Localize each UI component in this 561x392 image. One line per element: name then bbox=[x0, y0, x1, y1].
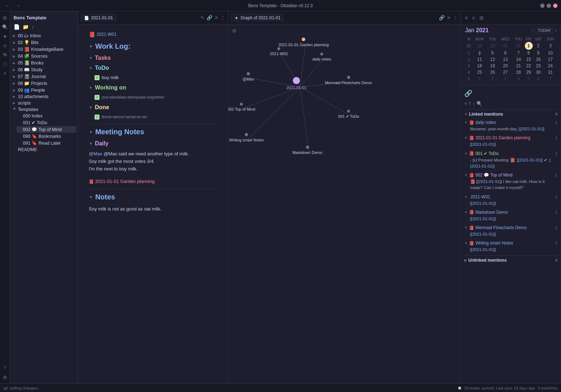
task-checkbox-2[interactable]: ✓ bbox=[95, 95, 100, 100]
list-icon[interactable]: ≡ bbox=[471, 14, 477, 21]
calendar-day[interactable]: 29 bbox=[525, 69, 533, 76]
week-number[interactable]: 53 bbox=[465, 42, 473, 50]
calendar-prev[interactable]: ‹ bbox=[532, 28, 533, 33]
calendar-day[interactable]: 25 bbox=[473, 69, 486, 76]
graph-node-top-of-mind[interactable]: 002 Top of Mind bbox=[228, 103, 255, 111]
calendar-day[interactable]: 28 bbox=[473, 42, 486, 50]
week-number[interactable]: 2 bbox=[465, 56, 473, 63]
calendar-day[interactable]: 3 bbox=[499, 76, 512, 82]
sidebar-item-readlater[interactable]: 091 🔖 Read Later bbox=[16, 140, 76, 146]
copy-link-icon[interactable]: 🔗 bbox=[207, 15, 212, 20]
calendar-day[interactable]: 5 bbox=[525, 76, 533, 82]
bookmarks-icon[interactable]: ★ bbox=[1, 32, 9, 40]
calendar-day[interactable]: 26 bbox=[487, 69, 499, 76]
graph-node-max[interactable]: @Max bbox=[243, 72, 254, 81]
search-icon[interactable]: 🔍 bbox=[1, 23, 9, 31]
kanban-icon[interactable]: ⊞ bbox=[478, 14, 485, 21]
calendar-day[interactable]: 17 bbox=[544, 56, 557, 63]
calendar-day[interactable]: 31 bbox=[512, 42, 525, 50]
calendar-day[interactable]: 28 bbox=[512, 69, 525, 76]
calendar-day[interactable]: 18 bbox=[473, 63, 486, 69]
calendar-day[interactable]: 8 bbox=[525, 50, 533, 56]
sidebar-item-todo[interactable]: 001 ✔ ToDo bbox=[16, 119, 76, 126]
mention-topofmind-header[interactable]: ▼ 📕 002 💬 Top of Mind 1 bbox=[464, 171, 557, 179]
sidebar-item-bookmarks[interactable]: 090 🔖 Bookmarks bbox=[16, 133, 76, 140]
close-button[interactable] bbox=[553, 4, 557, 8]
calendar-day[interactable]: 4 bbox=[512, 76, 525, 82]
calendar-day[interactable]: 2 bbox=[533, 42, 544, 50]
unlinked-mentions-header[interactable]: ▶ Unlinked mentions 0 bbox=[464, 255, 557, 265]
sidebar-item-templates[interactable]: ▶ Templates bbox=[11, 106, 76, 113]
calendar-day[interactable]: 30 bbox=[533, 69, 544, 76]
mention-writing-header[interactable]: ▼ 📕 Writing smart Notes 1 bbox=[464, 239, 557, 247]
graph-node-2021-w01[interactable]: 2021-W01 bbox=[270, 47, 288, 56]
graph-node-garden-planning[interactable]: 2021-01-01 Garden planning bbox=[279, 38, 329, 47]
calendar-day[interactable]: 1 bbox=[473, 76, 486, 82]
task-checkbox[interactable]: ✓ bbox=[95, 75, 100, 80]
help-icon[interactable]: ? bbox=[1, 364, 9, 372]
graph-settings-icon[interactable]: ⚙ bbox=[232, 28, 237, 34]
mention-markdown-header[interactable]: ▼ 📕 Markdown Demo 1 bbox=[464, 209, 557, 216]
calendar-next[interactable]: › bbox=[555, 28, 557, 33]
more-options-icon[interactable]: ⋮ bbox=[221, 15, 225, 20]
calendar-day[interactable]: 6 bbox=[499, 50, 512, 56]
calendar-day[interactable]: 3 bbox=[544, 42, 557, 50]
calendar-day[interactable]: 31 bbox=[544, 69, 557, 76]
graph-more-icon[interactable]: ⋮ bbox=[453, 15, 458, 20]
sidebar-item-index[interactable]: 000 Index bbox=[16, 113, 76, 119]
mention-garden-header[interactable]: ▼ 📕 2021-01-01 Garden planning 1 bbox=[464, 134, 557, 141]
week-number[interactable]: 3 bbox=[465, 63, 473, 69]
daily-notes-icon[interactable]: ≡ bbox=[1, 69, 9, 77]
calendar-day[interactable]: 30 bbox=[499, 42, 512, 50]
graph-node-2021-01-01[interactable]: 2021-01-01 bbox=[286, 77, 306, 90]
calendar-day[interactable]: 10 bbox=[544, 50, 557, 56]
back-button[interactable]: ← bbox=[4, 2, 11, 9]
sidebar-item-topofmind[interactable]: 002 💬 Top of Mind bbox=[16, 126, 76, 133]
maximize-button[interactable] bbox=[547, 4, 551, 8]
sidebar-item-inbox[interactable]: ▶ 00 🗂 Inbox bbox=[11, 33, 76, 39]
sidebar-item-people[interactable]: ▶ 09 👥 People bbox=[11, 87, 76, 93]
calendar-day[interactable]: 1 bbox=[525, 42, 533, 50]
calendar-day[interactable]: 7 bbox=[512, 50, 525, 56]
editor-tab-2021-01-01[interactable]: 📄 2021-01-01 bbox=[81, 14, 116, 22]
sidebar-item-journal[interactable]: ▶ 07 📓 Journal bbox=[11, 73, 76, 80]
calendar-day[interactable]: 16 bbox=[533, 56, 544, 63]
graph-canvas[interactable]: ⚙ 2021-01-01 Garden planning2021-W01dail… bbox=[228, 24, 460, 383]
task-checkbox-3[interactable]: ✓ bbox=[95, 115, 100, 120]
sidebar-item-readme[interactable]: README bbox=[11, 146, 76, 153]
sort-backlinks-icon[interactable]: ↕ bbox=[473, 101, 475, 106]
hashtag-icon[interactable]: # bbox=[464, 14, 469, 21]
calendar-day[interactable]: 13 bbox=[499, 56, 512, 63]
calendar-day[interactable]: 9 bbox=[533, 50, 544, 56]
files-icon[interactable]: ⊞ bbox=[1, 14, 9, 21]
sidebar-item-attachments[interactable]: ▶ 10 attachments bbox=[11, 93, 76, 100]
calendar-day[interactable]: 5 bbox=[487, 50, 499, 56]
sidebar-item-scripts[interactable]: ▶ scripts bbox=[11, 100, 76, 106]
minimize-button[interactable] bbox=[540, 4, 545, 8]
graph-tab[interactable]: ✦ Graph of 2021-01-01 bbox=[231, 14, 284, 22]
calendar-day[interactable]: 22 bbox=[525, 63, 533, 69]
forward-button[interactable]: → bbox=[14, 2, 22, 9]
sidebar-item-study[interactable]: ▶ 06 📖 Study bbox=[11, 66, 76, 73]
calendar-day[interactable]: 20 bbox=[499, 63, 512, 69]
edit-icon[interactable]: ✎ bbox=[200, 15, 204, 20]
graph-icon[interactable]: ◎ bbox=[1, 42, 9, 49]
mention-todo-header[interactable]: ▼ 📕 001 ✔ ToDo 2 bbox=[464, 150, 557, 157]
calendar-day[interactable]: 29 bbox=[487, 42, 499, 50]
calendar-today[interactable]: TODAY bbox=[536, 28, 553, 33]
new-folder-icon[interactable]: 📁 bbox=[22, 23, 29, 30]
calendar-day[interactable]: 23 bbox=[533, 63, 544, 69]
graph-node-mermaid[interactable]: Mermaid Flowcharts Demo bbox=[325, 76, 372, 84]
tags-icon[interactable]: % bbox=[1, 51, 9, 59]
graph-node-daily-notes[interactable]: daily notes bbox=[313, 53, 332, 61]
calendar-day[interactable]: 4 bbox=[473, 50, 486, 56]
calendar-day[interactable]: 2 bbox=[487, 76, 499, 82]
week-number[interactable]: 4 bbox=[465, 69, 473, 76]
mention-mermaid-header[interactable]: ▼ 📕 Mermaid Flowcharts Demo 1 bbox=[464, 224, 557, 231]
calendar-day[interactable]: 24 bbox=[544, 63, 557, 69]
calendar-day[interactable]: 12 bbox=[487, 56, 499, 63]
week-link[interactable]: 📕 2021-W01 bbox=[89, 32, 217, 37]
sidebar-item-books[interactable]: ▶ 05 📗 Books bbox=[11, 59, 76, 66]
calendar-day[interactable]: 27 bbox=[499, 69, 512, 76]
linked-mentions-header[interactable]: ▼ Linked mentions 9 bbox=[464, 110, 557, 119]
